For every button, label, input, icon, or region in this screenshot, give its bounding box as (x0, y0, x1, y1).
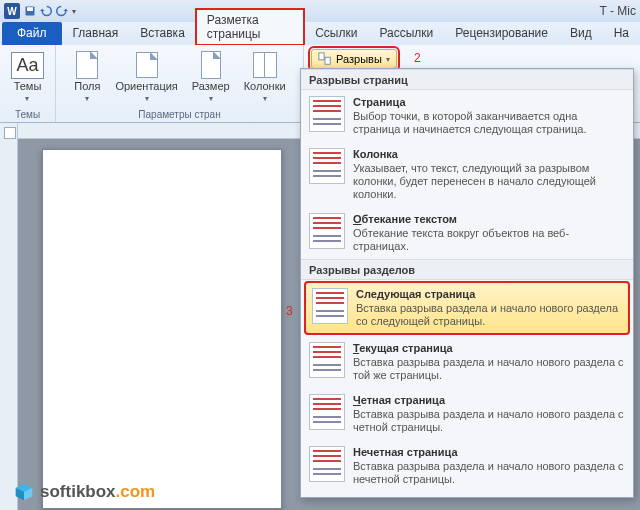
svg-rect-1 (27, 7, 33, 11)
vertical-ruler (0, 123, 18, 510)
break-odd-page-desc: Вставка разрыва раздела и начало нового … (353, 460, 625, 486)
break-text-wrap-desc: Обтекание текста вокруг объектов на веб-… (353, 227, 625, 253)
breaks-icon (318, 52, 332, 66)
break-column-title: Колонка (353, 148, 625, 160)
break-column-icon (309, 148, 345, 184)
break-odd-page-title: Нечетная страница (353, 446, 625, 458)
columns-label: Колонки (244, 80, 286, 92)
chevron-down-icon: ▾ (386, 55, 390, 64)
tab-home[interactable]: Главная (62, 22, 130, 45)
break-page-desc: Выбор точки, в которой заканчивается одн… (353, 110, 625, 136)
tab-file[interactable]: Файл (2, 22, 62, 45)
break-even-page-icon (309, 394, 345, 430)
breaks-label: Разрывы (336, 53, 382, 65)
break-next-page-icon (312, 288, 348, 324)
breaks-button[interactable]: Разрывы ▾ (311, 49, 397, 69)
tab-page-layout[interactable]: Разметка страницы (196, 9, 304, 45)
margins-button[interactable]: Поля▾ (69, 49, 105, 106)
document-page[interactable] (42, 149, 282, 509)
redo-icon[interactable] (56, 5, 68, 17)
word-app-icon: W (4, 3, 20, 19)
annotation-3: 3 (286, 304, 293, 318)
break-page[interactable]: Страница Выбор точки, в которой заканчив… (301, 90, 633, 142)
margins-label: Поля (74, 80, 100, 92)
title-bar: W ▾ T - Mic (0, 0, 640, 22)
quick-access-toolbar[interactable]: ▾ (24, 5, 76, 17)
break-page-title: Страница (353, 96, 625, 108)
group-page-setup: Поля▾ Ориентация▾ Размер▾ Колонки▾ Парам… (56, 45, 304, 122)
qat-dropdown-icon[interactable]: ▾ (72, 7, 76, 16)
break-even-page[interactable]: Четная страницаЧетная страница Вставка р… (301, 388, 633, 440)
break-continuous[interactable]: Текущая страницаТекущая страница Вставка… (301, 336, 633, 388)
orientation-button[interactable]: Ориентация▾ (111, 49, 181, 106)
size-label: Размер (192, 80, 230, 92)
tab-references[interactable]: Ссылки (304, 22, 368, 45)
tab-mailings[interactable]: Рассылки (368, 22, 444, 45)
break-next-page[interactable]: Следующая страница Вставка разрыва разде… (305, 282, 629, 334)
watermark-domain: .com (116, 482, 156, 501)
section-page-breaks: Разрывы страниц (301, 69, 633, 90)
section-section-breaks: Разрывы разделов (301, 259, 633, 280)
break-next-page-title: Следующая страница (356, 288, 622, 300)
window-title: T - Mic (600, 4, 636, 18)
size-button[interactable]: Размер▾ (188, 49, 234, 106)
break-text-wrap[interactable]: ООбтекание текстомбтекание текстом Обтек… (301, 207, 633, 259)
orientation-label: Ориентация (115, 80, 177, 92)
columns-button[interactable]: Колонки▾ (240, 49, 290, 106)
watermark-brand: softikbox (40, 482, 116, 501)
break-odd-page[interactable]: Нечетная страница Вставка разрыва раздел… (301, 440, 633, 492)
break-continuous-desc: Вставка разрыва раздела и начало нового … (353, 356, 625, 382)
tab-view[interactable]: Вид (559, 22, 603, 45)
break-odd-page-icon (309, 446, 345, 482)
ribbon-tabs: Файл Главная Вставка Разметка страницы С… (0, 22, 640, 45)
group-themes: Aa Темы▾ Темы (0, 45, 56, 122)
themes-label: Темы (14, 80, 42, 92)
group-label-page-setup: Параметры стран (138, 107, 220, 120)
watermark-cube-icon (14, 482, 34, 502)
breaks-dropdown: Разрывы страниц Страница Выбор точки, в … (300, 68, 634, 498)
svg-rect-3 (325, 57, 330, 64)
annotation-2: 2 (414, 51, 421, 65)
group-label-themes: Темы (15, 107, 40, 120)
break-next-page-desc: Вставка разрыва раздела и начало нового … (356, 302, 622, 328)
save-icon[interactable] (24, 5, 36, 17)
break-column-desc: Указывает, что текст, следующий за разры… (353, 162, 625, 201)
tab-more[interactable]: На (603, 22, 640, 45)
themes-button[interactable]: Aa Темы▾ (10, 49, 46, 106)
break-page-icon (309, 96, 345, 132)
break-even-page-desc: Вставка разрыва раздела и начало нового … (353, 408, 625, 434)
tab-insert[interactable]: Вставка (129, 22, 196, 45)
break-column[interactable]: Колонка Указывает, что текст, следующий … (301, 142, 633, 207)
watermark: softikbox.com (14, 482, 155, 502)
undo-icon[interactable] (40, 5, 52, 17)
svg-rect-2 (319, 53, 324, 60)
break-continuous-icon (309, 342, 345, 378)
tab-review[interactable]: Рецензирование (444, 22, 559, 45)
break-text-wrap-icon (309, 213, 345, 249)
